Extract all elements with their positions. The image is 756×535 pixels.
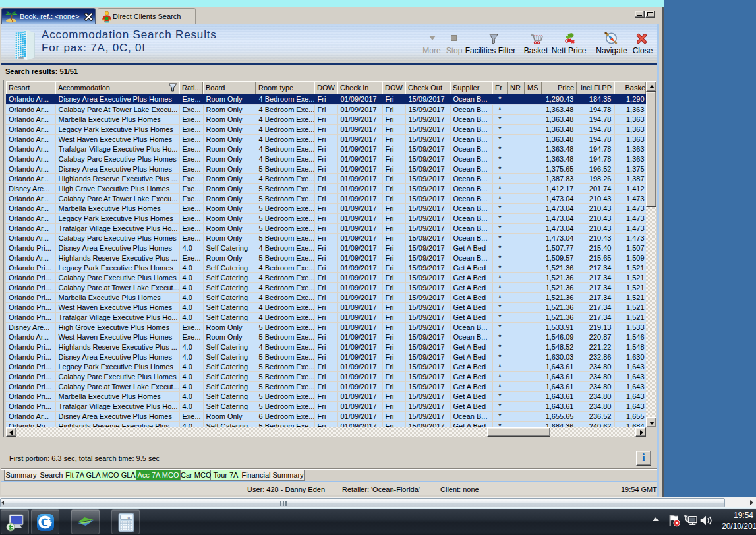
svg-text:0: 0 bbox=[127, 516, 130, 520]
